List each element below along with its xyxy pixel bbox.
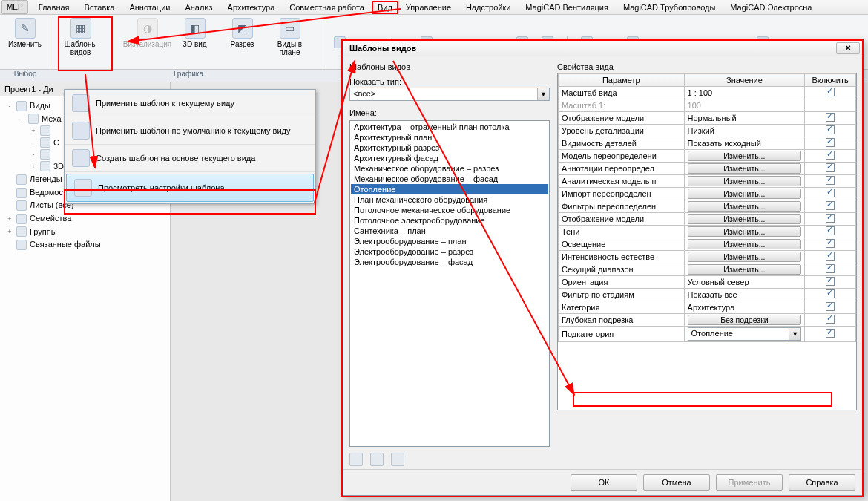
template-name-item[interactable]: Отопление xyxy=(351,184,548,194)
modify-button[interactable]: ✎ Изменить xyxy=(5,18,45,48)
include-checkbox[interactable] xyxy=(826,201,835,210)
menu-architecture[interactable]: Архитектура xyxy=(220,1,283,14)
template-name-item[interactable]: Архитектура – отраженный план потолка xyxy=(351,122,548,132)
include-checkbox[interactable] xyxy=(826,138,835,147)
edit-button[interactable]: Изменить... xyxy=(688,264,802,275)
col-include[interactable]: Включить xyxy=(805,74,856,87)
view-templates-button[interactable]: ▦ Шаблоны видов xyxy=(61,18,101,56)
menu-insert[interactable]: Вставка xyxy=(77,1,122,14)
include-checkbox[interactable] xyxy=(826,151,835,160)
template-name-item[interactable]: Потолочное механическое оборудование xyxy=(351,205,548,215)
template-name-item[interactable]: Архитектурный фасад xyxy=(351,153,548,163)
value-dropdown[interactable]: Отопление▼ xyxy=(688,327,802,341)
col-param[interactable]: Параметр xyxy=(559,74,685,87)
show-type-select[interactable]: <все> ▼ xyxy=(349,88,550,101)
property-row[interactable]: Масштаб 1: 100 xyxy=(559,99,856,112)
section-button[interactable]: ◩ Разрез xyxy=(223,18,263,48)
template-name-item[interactable]: Сантехника – план xyxy=(351,226,548,236)
3d-view-button[interactable]: ◧ 3D вид xyxy=(175,18,215,48)
edit-button[interactable]: Изменить... xyxy=(688,226,802,237)
template-names-list[interactable]: Архитектура – отраженный план потолкаАрх… xyxy=(349,120,550,447)
property-row[interactable]: Ориентация Условный север xyxy=(559,276,856,289)
edit-button[interactable]: Изменить... xyxy=(688,252,802,262)
close-button[interactable]: ✕ xyxy=(836,42,860,54)
submenu-item[interactable]: Просмотреть настройки шаблона xyxy=(66,174,314,202)
property-row[interactable]: Фильтр по стадиям Показать все xyxy=(559,289,856,301)
edit-button[interactable]: Изменить... xyxy=(688,201,802,212)
template-name-item[interactable]: Электрооборудование – план xyxy=(351,236,548,246)
property-row[interactable]: Аналитическая модель п Изменить... xyxy=(559,175,856,188)
tree-node[interactable]: +Семейства xyxy=(3,212,167,226)
include-checkbox[interactable] xyxy=(826,315,835,324)
edit-button[interactable]: Изменить... xyxy=(688,239,802,249)
property-row[interactable]: Фильтры переопределен Изменить... xyxy=(559,200,856,213)
property-row[interactable]: Интенсивность естестве Изменить... xyxy=(559,251,856,263)
menu-magicad-elec[interactable]: MagiCAD Электросна xyxy=(723,1,819,14)
property-row[interactable]: Категория Архитектура xyxy=(559,301,856,314)
property-row[interactable]: Отображение модели Изменить... xyxy=(559,213,856,226)
template-name-item[interactable]: План механического оборудования xyxy=(351,194,548,205)
menu-manage[interactable]: Управление xyxy=(398,1,458,14)
tree-node[interactable]: +Группы xyxy=(3,226,167,239)
property-row[interactable]: Подкатегория Отопление▼ xyxy=(559,327,856,342)
menu-addins[interactable]: Надстройки xyxy=(458,1,518,14)
value-cell[interactable]: 1 : 100 xyxy=(684,87,805,99)
value-cell[interactable]: Показать все xyxy=(684,289,805,301)
template-name-item[interactable]: Электрооборудование – фасад xyxy=(351,257,548,267)
property-row[interactable]: Импорт переопределен Изменить... xyxy=(559,188,856,200)
property-row[interactable]: Уровень детализации Низкий xyxy=(559,125,856,137)
value-cell[interactable]: Низкий xyxy=(684,125,805,137)
value-cell[interactable]: Показать исходный xyxy=(684,137,805,150)
edit-button[interactable]: Изменить... xyxy=(688,163,802,174)
include-checkbox[interactable] xyxy=(826,113,835,122)
include-checkbox[interactable] xyxy=(826,329,835,338)
template-name-item[interactable]: Механическое оборудование – фасад xyxy=(351,174,548,184)
plan-views-button[interactable]: ▭ Виды в плане xyxy=(270,18,310,56)
help-button[interactable]: Справка xyxy=(789,474,855,491)
property-row[interactable]: Тени Изменить... xyxy=(559,226,856,238)
include-checkbox[interactable] xyxy=(826,176,835,185)
ok-button[interactable]: ОК xyxy=(571,474,637,491)
include-checkbox[interactable] xyxy=(826,226,835,235)
template-name-item[interactable]: Электрооборудование – разрез xyxy=(351,246,548,257)
property-row[interactable]: Видимость деталей Показать исходный xyxy=(559,137,856,150)
template-name-item[interactable]: Потолочное электрооборудование xyxy=(351,215,548,226)
include-checkbox[interactable] xyxy=(826,239,835,248)
duplicate-icon[interactable] xyxy=(349,453,363,466)
properties-table[interactable]: Параметр Значение Включить Масштаб вида … xyxy=(558,73,856,342)
include-checkbox[interactable] xyxy=(826,189,835,197)
edit-button[interactable]: Изменить... xyxy=(688,214,802,224)
template-name-item[interactable]: Архитектурный план xyxy=(351,132,548,143)
menu-annotate[interactable]: Аннотации xyxy=(122,1,177,14)
edit-button[interactable]: Изменить... xyxy=(688,176,802,186)
menu-home[interactable]: Главная xyxy=(31,1,77,14)
menu-analyze[interactable]: Анализ xyxy=(177,1,220,14)
include-checkbox[interactable] xyxy=(826,252,835,261)
value-cell[interactable]: 100 xyxy=(684,99,805,112)
edit-button[interactable]: Изменить... xyxy=(688,189,802,199)
property-row[interactable]: Отображение модели Нормальный xyxy=(559,112,856,125)
value-cell[interactable]: Архитектура xyxy=(684,301,805,314)
menu-view[interactable]: Вид xyxy=(372,1,398,14)
submenu-item[interactable]: Применить шаблон к текущему виду xyxy=(65,90,315,117)
cancel-button[interactable]: Отмена xyxy=(643,474,710,491)
include-checkbox[interactable] xyxy=(826,125,835,134)
template-name-item[interactable]: Архитектурный разрез xyxy=(351,143,548,153)
template-name-item[interactable]: Механическое оборудование – разрез xyxy=(351,163,548,174)
tree-node[interactable]: Связанные файлы xyxy=(3,238,167,252)
value-cell[interactable]: Нормальный xyxy=(684,112,805,125)
property-row[interactable]: Освещение Изменить... xyxy=(559,238,856,251)
include-checkbox[interactable] xyxy=(826,214,835,223)
submenu-item[interactable]: Применить шаблон по умолчанию к текущему… xyxy=(65,117,315,145)
menu-collab[interactable]: Совместная работа xyxy=(282,1,372,14)
property-row[interactable]: Глубокая подрезка Без подрезки xyxy=(559,314,856,327)
value-cell[interactable]: Условный север xyxy=(684,276,805,289)
property-row[interactable]: Модель переопределени Изменить... xyxy=(559,150,856,163)
edit-button[interactable]: Без подрезки xyxy=(688,315,802,325)
property-row[interactable]: Секущий диапазон Изменить... xyxy=(559,263,856,276)
include-checkbox[interactable] xyxy=(826,264,835,273)
col-value[interactable]: Значение xyxy=(684,74,805,87)
delete-icon[interactable] xyxy=(391,453,404,466)
menu-magicad-pipe[interactable]: MagiCAD Трубопроводы xyxy=(616,1,723,14)
property-row[interactable]: Аннотации переопредел Изменить... xyxy=(559,163,856,175)
